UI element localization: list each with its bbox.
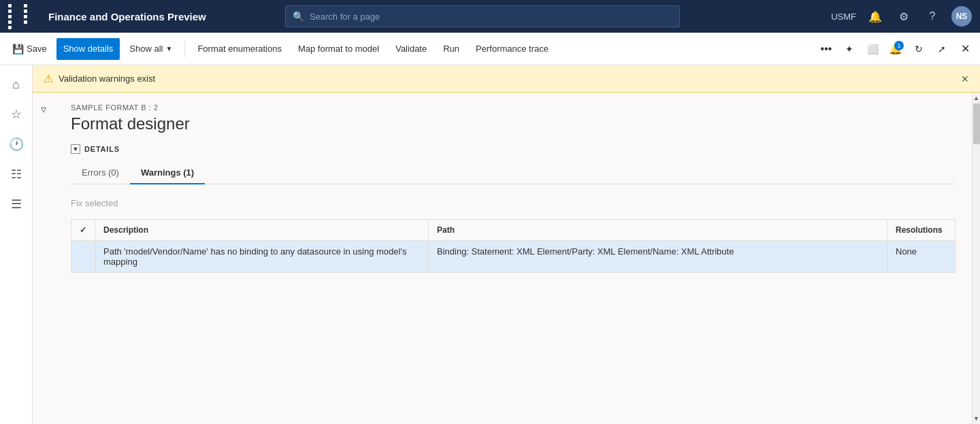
scroll-thumb[interactable] (973, 103, 980, 144)
expand-icon[interactable]: ⬜ (863, 39, 882, 59)
scroll-up-arrow[interactable]: ▲ (973, 93, 980, 103)
scroll-track[interactable] (973, 103, 980, 413)
tab-errors[interactable]: Errors (0) (71, 162, 130, 184)
right-scrollbar[interactable]: ▲ ▼ (972, 93, 980, 424)
app-grid-icon[interactable] (8, 4, 37, 29)
col-header-path[interactable]: Path (429, 220, 887, 241)
settings-gear-icon[interactable]: ⚙ (894, 7, 913, 26)
chevron-down-icon: ▼ (166, 45, 173, 52)
top-nav-right: USMF 🔔 ⚙ ? NS (831, 6, 972, 27)
sidebar-item-modules[interactable]: ☰ (3, 191, 30, 218)
col-header-description[interactable]: Description (95, 220, 429, 241)
warning-banner: ⚠ Validation warnings exist ✕ (33, 65, 980, 93)
show-all-button[interactable]: Show all ▼ (122, 38, 179, 60)
filter-icon[interactable]: ▿ (38, 98, 49, 120)
details-toggle-button[interactable]: ▼ (71, 144, 80, 154)
validate-button[interactable]: Validate (389, 38, 434, 60)
sidebar-item-favorites[interactable]: ☆ (3, 101, 30, 128)
tab-warnings[interactable]: Warnings (1) (130, 162, 205, 184)
search-icon: 🔍 (293, 11, 304, 22)
company-label: USMF (831, 12, 856, 22)
more-options-icon[interactable]: ••• (817, 39, 836, 59)
page-area: SAMPLE FORMAT B : 2 Format designer ▼ DE… (54, 93, 972, 424)
page-title: Format designer (71, 114, 956, 133)
page-with-filter: ▿ SAMPLE FORMAT B : 2 Format designer ▼ … (33, 93, 980, 424)
sidebar-item-home[interactable]: ⌂ (3, 71, 30, 98)
notification-bell-icon[interactable]: 🔔 (866, 7, 885, 26)
performance-trace-button[interactable]: Performance trace (469, 38, 555, 60)
table-row[interactable]: Path 'model/Vendor/Name' has no binding … (71, 241, 956, 273)
side-navigation: ⌂ ☆ 🕐 ☷ ☰ (0, 65, 33, 424)
command-bar-right: ••• ✦ ⬜ 🔔 1 ↻ ➚ ✕ (817, 39, 975, 59)
warning-text: Validation warnings exist (59, 74, 155, 84)
main-content: ⚠ Validation warnings exist ✕ ▿ SAMPLE F… (33, 65, 980, 424)
table-header-row: ✓ Description Path Resolutions (71, 220, 956, 241)
filter-column: ▿ (33, 93, 54, 424)
search-bar[interactable]: 🔍 (285, 5, 680, 27)
command-bar: 💾 Save Show details Show all ▼ Format en… (0, 33, 980, 65)
fix-selected-button[interactable]: Fix selected (71, 195, 118, 211)
map-format-button[interactable]: Map format to model (291, 38, 386, 60)
warnings-table: ✓ Description Path Resolutions (71, 219, 956, 273)
format-enumerations-button[interactable]: Format enumerations (191, 38, 289, 60)
run-button[interactable]: Run (436, 38, 466, 60)
details-label: DETAILS (84, 145, 120, 153)
details-header: ▼ DETAILS (71, 144, 956, 154)
sidebar-item-workspaces[interactable]: ☷ (3, 161, 30, 188)
close-icon[interactable]: ✕ (956, 39, 975, 59)
warning-triangle-icon: ⚠ (44, 72, 53, 85)
save-icon: 💾 (12, 44, 24, 54)
avatar[interactable]: NS (951, 6, 972, 27)
tabs-bar: Errors (0) Warnings (1) (71, 162, 956, 184)
col-header-check: ✓ (71, 220, 95, 241)
refresh-icon[interactable]: ↻ (909, 39, 928, 59)
search-input[interactable] (310, 12, 672, 22)
save-button[interactable]: 💾 Save (5, 38, 54, 60)
check-icon: ✓ (80, 225, 86, 235)
open-in-new-icon[interactable]: ➚ (932, 39, 951, 59)
breadcrumb: SAMPLE FORMAT B : 2 (71, 103, 956, 112)
show-details-button[interactable]: Show details (56, 38, 120, 60)
top-navigation: Finance and Operations Preview 🔍 USMF 🔔 … (0, 0, 980, 33)
personalize-icon[interactable]: ✦ (840, 39, 859, 59)
app-title: Finance and Operations Preview (48, 11, 206, 22)
row-path-cell: Binding: Statement: XML Element/Party: X… (429, 241, 887, 273)
warning-close-button[interactable]: ✕ (961, 74, 969, 84)
separator-1 (184, 41, 185, 57)
sidebar-item-recent[interactable]: 🕐 (3, 131, 30, 158)
notification-badge-icon[interactable]: 🔔 1 (886, 39, 905, 59)
main-layout: ⌂ ☆ 🕐 ☷ ☰ ⚠ Validation warnings exist ✕ … (0, 65, 980, 424)
scroll-down-arrow[interactable]: ▼ (973, 413, 980, 424)
row-resolutions-cell: None (887, 241, 956, 273)
row-check-cell[interactable] (71, 241, 95, 273)
row-description-cell: Path 'model/Vendor/Name' has no binding … (95, 241, 429, 273)
help-question-icon[interactable]: ? (923, 7, 942, 26)
col-header-resolutions[interactable]: Resolutions (887, 220, 956, 241)
